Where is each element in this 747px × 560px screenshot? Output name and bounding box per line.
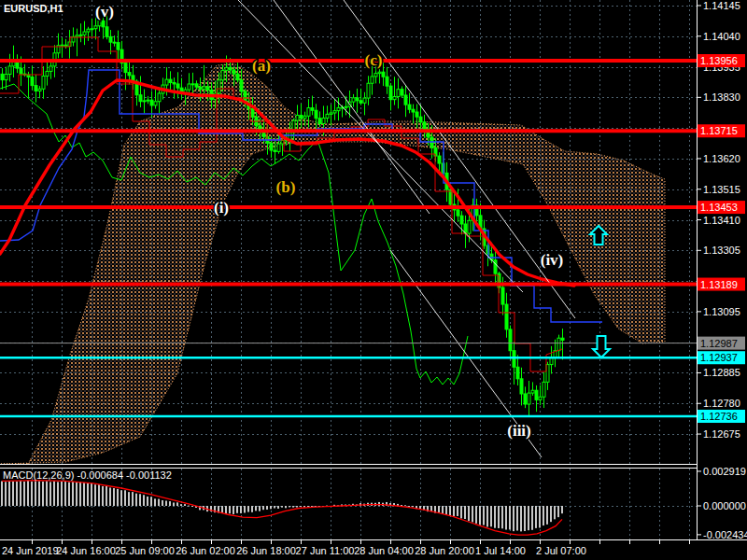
main-chart-area[interactable] <box>0 0 697 464</box>
chart-window: { "ui": { "symbol_label": "EURUSD,H1", "… <box>0 0 747 560</box>
macd-pane[interactable] <box>0 469 697 539</box>
price-axis[interactable] <box>697 0 747 539</box>
time-axis[interactable] <box>0 539 747 560</box>
